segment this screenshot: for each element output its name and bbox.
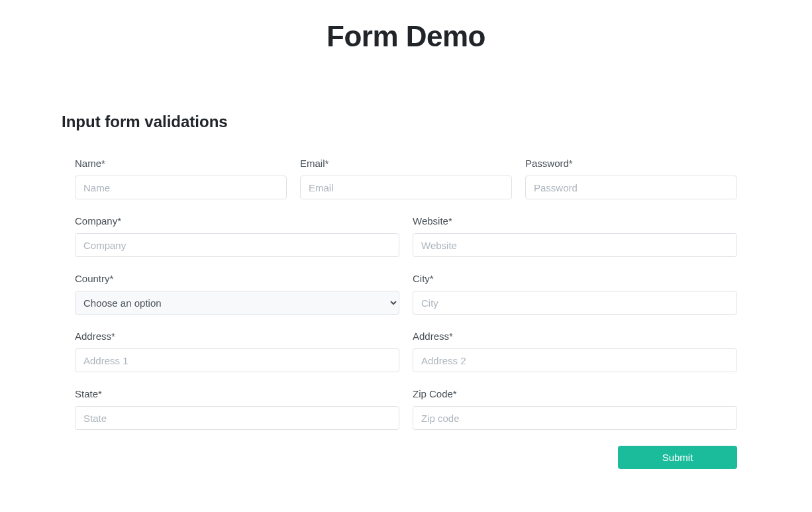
email-label: Email* (300, 158, 512, 169)
name-label: Name* (75, 158, 287, 169)
page-title: Form Demo (0, 20, 812, 53)
section-title: Input form validations (62, 113, 750, 131)
website-input[interactable] (413, 233, 737, 257)
name-input[interactable] (75, 176, 287, 199)
company-input[interactable] (75, 233, 399, 257)
submit-button[interactable]: Submit (618, 446, 737, 469)
zip-input[interactable] (413, 406, 737, 430)
state-input[interactable] (75, 406, 399, 430)
address1-input[interactable] (75, 348, 399, 372)
address1-label: Address* (75, 331, 399, 342)
country-select[interactable]: Choose an option (75, 291, 399, 315)
address2-label: Address* (413, 331, 737, 342)
address2-input[interactable] (413, 348, 737, 372)
email-input[interactable] (300, 176, 512, 199)
password-label: Password* (525, 158, 737, 169)
form-card: Name* Email* Password* Company* Website* (62, 158, 750, 469)
city-label: City* (413, 273, 737, 284)
city-input[interactable] (413, 291, 737, 315)
zip-label: Zip Code* (413, 388, 737, 399)
country-label: Country* (75, 273, 399, 284)
website-label: Website* (413, 215, 737, 227)
password-input[interactable] (525, 176, 737, 199)
company-label: Company* (75, 215, 399, 227)
state-label: State* (75, 388, 399, 399)
